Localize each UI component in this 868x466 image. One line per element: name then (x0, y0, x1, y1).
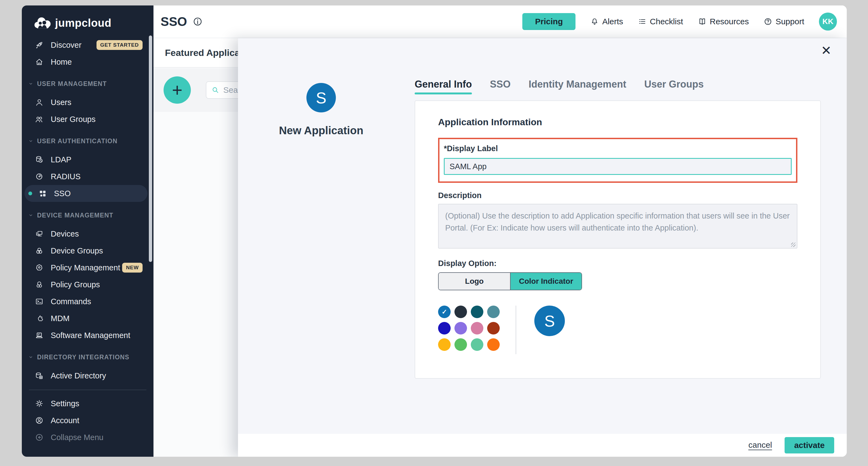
card-heading: Application Information (438, 117, 797, 127)
color-swatch[interactable] (487, 305, 500, 318)
sidebar-item-settings[interactable]: Settings (22, 395, 153, 412)
header-nav-alerts[interactable]: Alerts (590, 17, 623, 26)
sidebar-item-label: RADIUS (51, 172, 81, 181)
top-header: SSO Pricing AlertsChecklistResourcesSupp… (153, 5, 847, 38)
sidebar-item-commands[interactable]: Commands (22, 293, 153, 310)
color-swatch[interactable] (438, 322, 451, 334)
color-swatch[interactable] (438, 338, 451, 351)
sidebar-item-label: User Groups (51, 115, 95, 124)
sidebar-item-label: Account (51, 416, 79, 425)
active-tab-underline (415, 92, 472, 94)
sidebar-item-collapse-menu[interactable]: Collapse Menu (22, 429, 153, 446)
header-nav-label: Support (776, 17, 804, 26)
sidebar-item-account[interactable]: Account (22, 412, 153, 429)
policy-group-icon (35, 280, 43, 289)
sidebar-item-home[interactable]: Home (22, 54, 153, 70)
active-indicator-dot (28, 192, 32, 195)
sidebar-item-label: LDAP (51, 155, 71, 164)
avatar[interactable]: KK (819, 12, 837, 31)
policy-icon (35, 263, 43, 272)
new-application-modal: ✕ S New Application General InfoSSOIdent… (238, 38, 847, 457)
color-picker: ✓ S (438, 305, 797, 354)
grid-icon (38, 189, 47, 198)
color-swatch[interactable] (455, 338, 467, 351)
sidebar-item-label: MDM (51, 314, 69, 323)
chevron-down-icon (28, 138, 34, 144)
header-nav-checklist[interactable]: Checklist (638, 17, 683, 26)
sidebar-section-device-management[interactable]: DEVICE MANAGEMENT (22, 208, 153, 222)
book-icon (698, 17, 707, 26)
tab-label: SSO (490, 79, 510, 90)
sidebar-item-users[interactable]: Users (22, 94, 153, 111)
sidebar-item-device-groups[interactable]: Device Groups (22, 242, 153, 259)
tab-label: General Info (415, 79, 472, 90)
sidebar-item-label: Active Directory (51, 371, 106, 380)
sidebar-item-label: SSO (54, 189, 71, 198)
sidebar-item-label: Home (51, 58, 72, 66)
sidebar-item-discover[interactable]: DiscoverGET STARTED (22, 36, 153, 54)
color-swatch[interactable] (487, 338, 500, 351)
color-swatch-selected[interactable]: ✓ (438, 305, 451, 318)
sidebar-section-label: USER AUTHENTICATION (37, 138, 118, 145)
user-group-icon (35, 115, 43, 124)
tab-general-info[interactable]: General Info (415, 79, 472, 94)
sidebar-section-user-management[interactable]: USER MANAGEMENT (22, 77, 153, 91)
display-option-color-indicator[interactable]: Color Indicator (510, 273, 582, 290)
sidebar-section-user-authentication[interactable]: USER AUTHENTICATION (22, 134, 153, 148)
display-option-logo[interactable]: Logo (439, 273, 510, 290)
sidebar-section-label: USER MANAGEMENT (37, 80, 107, 88)
tab-label: Identity Management (529, 79, 626, 90)
jumpcloud-logo[interactable]: jumpcloud (34, 17, 153, 29)
sidebar-item-mdm[interactable]: MDM (22, 310, 153, 327)
cancel-button[interactable]: cancel (748, 440, 772, 450)
description-field (438, 204, 797, 250)
header-nav-support[interactable]: Support (764, 17, 804, 26)
tab-identity-management[interactable]: Identity Management (529, 79, 626, 94)
sidebar-item-ldap[interactable]: LDAP (22, 151, 153, 168)
database-clock-icon (35, 155, 43, 164)
sidebar-item-user-groups[interactable]: User Groups (22, 111, 153, 128)
info-icon[interactable] (192, 17, 203, 27)
sidebar-item-label: Device Groups (51, 246, 103, 255)
database-grid-icon (35, 371, 43, 380)
sidebar-item-label: Devices (51, 229, 79, 238)
add-application-button[interactable]: + (163, 77, 191, 104)
gear-icon (35, 399, 43, 408)
description-textarea[interactable] (438, 204, 797, 249)
sidebar-scrollbar[interactable] (149, 35, 152, 262)
sidebar-section-directory-integrations[interactable]: DIRECTORY INTEGRATIONS (22, 350, 153, 364)
bell-icon (590, 17, 599, 26)
sidebar-item-radius[interactable]: RADIUS (22, 168, 153, 185)
search-icon (211, 86, 219, 94)
laptop-icon (35, 331, 43, 340)
pricing-button[interactable]: Pricing (522, 13, 576, 30)
sidebar-item-policy-management[interactable]: Policy ManagementNEW (22, 259, 153, 276)
sidebar-item-devices[interactable]: Devices (22, 225, 153, 242)
close-icon[interactable]: ✕ (821, 44, 832, 57)
tab-sso[interactable]: SSO (490, 79, 510, 94)
checklist-icon (638, 17, 647, 26)
modal-footer: cancel activate (238, 434, 847, 457)
sidebar-item-sso[interactable]: SSO (25, 185, 148, 202)
color-swatch[interactable] (471, 338, 483, 351)
question-icon (764, 17, 772, 26)
sidebar-item-policy-groups[interactable]: Policy Groups (22, 276, 153, 293)
color-swatch[interactable] (471, 322, 483, 334)
sidebar-item-label: Policy Groups (51, 280, 100, 289)
color-swatch[interactable] (455, 322, 467, 334)
color-swatch[interactable] (487, 322, 500, 334)
display-label-input[interactable] (444, 158, 792, 175)
sidebar-item-label: Collapse Menu (51, 433, 103, 442)
apple-icon (35, 314, 43, 323)
sidebar-item-software-management[interactable]: Software Management (22, 327, 153, 344)
activate-button[interactable]: activate (784, 437, 834, 454)
header-nav-resources[interactable]: Resources (698, 17, 749, 26)
page-title: SSO (161, 14, 187, 29)
header-nav-items: AlertsChecklistResourcesSupport (590, 17, 804, 26)
main-area: SSO Pricing AlertsChecklistResourcesSupp… (153, 5, 847, 457)
color-swatch[interactable] (471, 305, 483, 318)
sidebar-item-active-directory[interactable]: Active Directory (22, 367, 153, 384)
header-nav-label: Alerts (602, 17, 623, 26)
color-swatch[interactable] (455, 305, 467, 318)
tab-user-groups[interactable]: User Groups (644, 79, 704, 94)
